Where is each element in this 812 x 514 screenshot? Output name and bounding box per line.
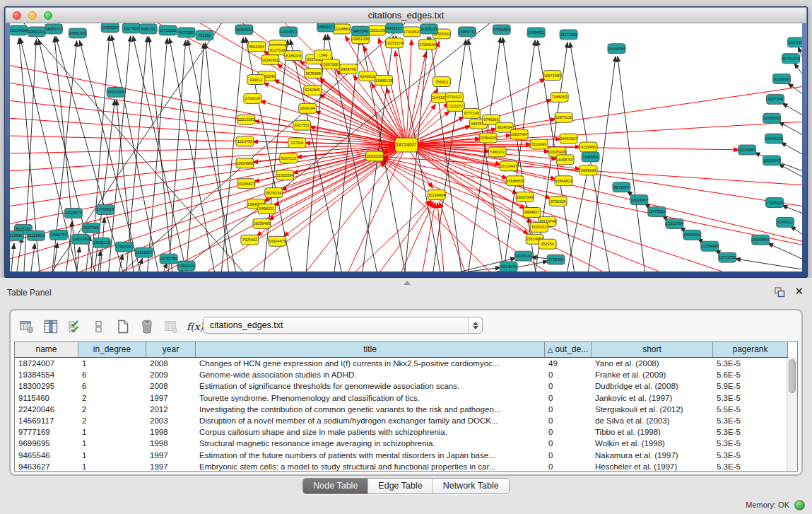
table-cell[interactable]: Stergiakouli et al. (2012) [592, 404, 713, 415]
table-row[interactable]: 977716911998Corpus callosum shape and si… [15, 426, 788, 438]
graph-node[interactable]: 9699695 [579, 165, 597, 175]
graph-node[interactable]: 17957222 [115, 242, 133, 252]
graph-node[interactable]: 15720437 [500, 161, 517, 171]
graph-node[interactable]: 16495797 [556, 155, 574, 165]
graph-edge[interactable] [148, 38, 167, 271]
panel-resize-handle[interactable] [404, 281, 411, 285]
graph-node[interactable]: 11825225 [420, 24, 437, 34]
table-cell[interactable]: 2009 [146, 369, 196, 380]
graph-edge[interactable] [187, 43, 204, 271]
graph-node[interactable]: 12923446 [177, 261, 195, 271]
graph-node[interactable]: 10654985 [236, 158, 254, 168]
table-row[interactable]: 946554611997Estimation of the future num… [15, 450, 788, 461]
graph-node[interactable]: 19166827 [237, 179, 255, 189]
graph-edge[interactable] [779, 164, 802, 177]
table-cell[interactable]: 1997 [146, 461, 196, 472]
graph-edge[interactable] [380, 162, 490, 271]
column-header-in_degree[interactable]: in_degree [78, 342, 146, 357]
graph-node[interactable]: 16224099 [10, 25, 27, 35]
graph-node[interactable]: 12942757 [49, 230, 67, 240]
table-cell[interactable]: Yano et al. (2008) [592, 358, 713, 369]
graph-edge[interactable] [10, 118, 406, 145]
graph-node[interactable]: 755812 [433, 77, 450, 87]
table-cell[interactable]: Genome-wide association studies in ADHD. [196, 369, 545, 380]
table-cell[interactable]: 19384554 [15, 369, 78, 380]
graph-node[interactable]: 11254498 [701, 241, 719, 251]
new-table-icon[interactable] [114, 317, 132, 336]
graph-node[interactable]: 9671385 [177, 28, 195, 37]
graph-node[interactable]: 3915995 [10, 230, 23, 240]
graph-node[interactable]: 9884067 [523, 208, 541, 218]
table-cell[interactable]: 2 [78, 415, 146, 426]
table-cell[interactable]: 1997 [146, 450, 196, 461]
column-header-out_de[interactable]: △out_de... [545, 342, 592, 357]
graph-edge[interactable] [469, 267, 501, 271]
graph-node[interactable]: 16782759 [160, 254, 177, 264]
select-rows-icon[interactable] [66, 317, 84, 336]
graph-edge[interactable] [406, 40, 411, 145]
graph-node[interactable]: 20049554 [752, 235, 770, 245]
table-cell[interactable]: 2003 [146, 415, 196, 426]
graph-node[interactable]: 2867608 [322, 59, 340, 69]
graph-node[interactable]: 20206576 [64, 209, 82, 218]
graph-edge[interactable] [149, 37, 172, 271]
graph-node[interactable]: 15134454 [428, 190, 445, 200]
table-cell[interactable]: Embryonic stem cells: a model to study s… [196, 461, 545, 472]
graph-node[interactable]: 7485063 [551, 92, 568, 102]
graph-node[interactable]: 5678334 [265, 188, 283, 198]
graph-node[interactable]: 18436956 [683, 230, 701, 240]
graph-node[interactable]: 9756928 [549, 197, 567, 206]
graph-edge[interactable] [782, 103, 802, 115]
table-row[interactable]: 946362711997Embryonic stem cells: a mode… [15, 461, 788, 472]
table-cell[interactable]: 18724007 [15, 358, 78, 369]
graph-node[interactable]: 1615152 [530, 222, 548, 232]
graph-node[interactable]: 15956713 [458, 27, 476, 37]
table-cell[interactable]: Franke et al. (2009) [592, 369, 713, 380]
graph-node[interactable]: 5675685 [305, 69, 322, 78]
graph-node[interactable]: 8427552 [293, 120, 311, 130]
graph-edge[interactable] [206, 43, 229, 271]
graph-node[interactable]: 20663224 [28, 27, 45, 37]
graph-node[interactable]: 14463627 [560, 134, 577, 144]
table-row[interactable]: 1830029562008Estimation of significance … [15, 380, 788, 392]
table-cell[interactable]: 1998 [146, 438, 196, 449]
graph-node[interactable]: 1121072 [447, 101, 464, 111]
graph-node[interactable]: 1546 [314, 50, 332, 60]
graph-node[interactable]: 20364436 [479, 133, 497, 143]
graph-node[interactable]: 6734022 [445, 92, 463, 102]
show-columns-icon[interactable] [42, 317, 60, 336]
table-cell[interactable]: 1 [78, 450, 146, 461]
graph-edge[interactable] [782, 205, 802, 213]
graph-node[interactable]: 8215955 [739, 145, 756, 155]
graph-node[interactable]: 9465546 [352, 26, 370, 36]
table-cell[interactable]: 5.9E-5 [713, 380, 788, 392]
graph-node[interactable]: 16543962 [261, 55, 279, 65]
table-cell[interactable]: 2008 [146, 380, 196, 392]
graph-node[interactable]: 9463627 [386, 23, 404, 33]
table-cell[interactable]: 0 [545, 426, 592, 438]
table-cell[interactable]: 5.3E-5 [713, 426, 788, 438]
table-row[interactable]: 1938455462009Genome-wide association stu… [15, 369, 788, 380]
graph-node[interactable]: 1010755 [236, 136, 254, 146]
graph-node[interactable]: 16039489 [253, 218, 271, 228]
graph-node[interactable]: 9242845 [304, 86, 322, 95]
table-cell[interactable]: Estimation of the future numbers of pati… [196, 450, 545, 461]
table-cell[interactable]: 1998 [146, 426, 196, 438]
graph-node[interactable]: 2718126 [244, 93, 261, 103]
table-cell[interactable]: 5.3E-5 [713, 438, 788, 449]
float-panel-button[interactable] [774, 286, 785, 298]
graph-node[interactable]: 9245012 [777, 217, 794, 227]
graph-node[interactable]: 9115460 [579, 142, 597, 152]
table-cell[interactable]: Wolkin et al. (1998) [592, 438, 713, 449]
graph-node[interactable]: 17999364 [493, 25, 510, 35]
graph-node[interactable]: 9227349 [767, 94, 784, 104]
graph-edge[interactable] [779, 122, 802, 134]
graph-node[interactable]: 15312754 [666, 218, 683, 228]
tab-network-table[interactable]: Network Table [433, 479, 509, 493]
graph-node[interactable]: 10807487 [510, 129, 528, 139]
table-cell[interactable]: 1 [78, 358, 146, 369]
vertical-scrollbar[interactable] [787, 358, 797, 471]
graph-node[interactable]: 17463520 [404, 27, 421, 37]
graph-node[interactable]: 10719155 [159, 25, 177, 35]
graph-node[interactable]: 20153346 [107, 87, 124, 97]
